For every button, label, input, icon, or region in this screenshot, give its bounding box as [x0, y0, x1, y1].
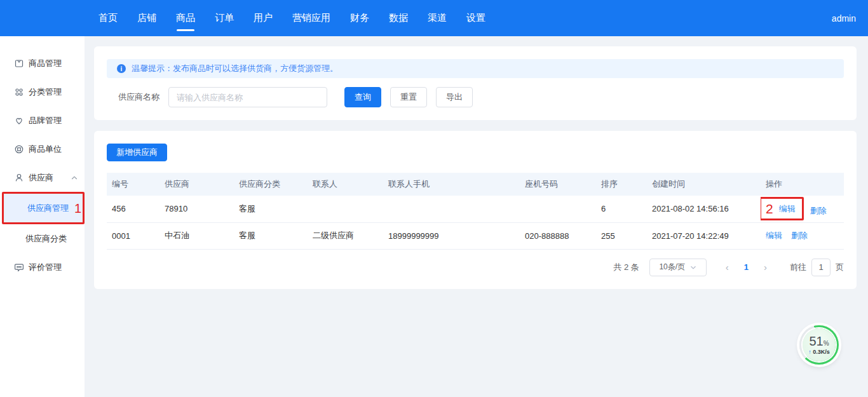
- pagination-total: 共 2 条: [613, 262, 639, 273]
- page-size-select[interactable]: 10条/页: [649, 259, 707, 276]
- add-supplier-button[interactable]: 新增供应商: [107, 144, 167, 161]
- table-row: 45678910客服62021-08-02 14:56:162编辑删除: [107, 196, 844, 222]
- column-header: 供应商分类: [234, 173, 308, 196]
- table-cell: 二级供应商: [308, 222, 383, 249]
- category-icon: [14, 87, 24, 97]
- annotation-number: 2: [766, 202, 773, 215]
- page-size-value: 10条/页: [659, 262, 685, 273]
- sidebar-item-label: 供应商: [29, 172, 53, 184]
- sidebar-subitem-label: 供应商分类: [25, 233, 67, 245]
- top-nav-item[interactable]: 商品: [176, 0, 195, 36]
- delete-link[interactable]: 删除: [791, 231, 808, 240]
- export-button[interactable]: 导出: [436, 87, 473, 107]
- supplier-name-input[interactable]: [168, 87, 327, 107]
- goto-label: 前往: [790, 262, 806, 273]
- pagination: 共 2 条 10条/页 ‹ 1 › 前往 页: [107, 259, 844, 276]
- table-cell: [520, 196, 596, 222]
- top-nav-item-label: 订单: [215, 12, 234, 24]
- column-header: 操作: [761, 173, 844, 196]
- top-nav-item-label: 设置: [466, 12, 485, 24]
- sidebar-subitem[interactable]: 供应商管理1: [4, 194, 83, 222]
- gauge-inner: 51% ↑ 0.3K/s: [803, 328, 836, 361]
- column-header: 座机号码: [520, 173, 596, 196]
- table-row: 0001中石油客服二级供应商18999999999020-88888825520…: [107, 222, 844, 249]
- search-form: 供应商名称 查询 重置 导出: [107, 87, 844, 107]
- top-nav-item[interactable]: 设置: [466, 0, 485, 36]
- table-cell: 020-888888: [520, 222, 596, 249]
- chevron-down-icon: [690, 264, 696, 271]
- top-nav-item[interactable]: 营销应用: [292, 0, 330, 36]
- table-cell: [383, 196, 520, 222]
- table-card: 新增供应商 编号供应商供应商分类联系人联系人手机座机号码排序创建时间操作 456…: [94, 131, 857, 289]
- table-cell: 0001: [107, 222, 159, 249]
- supplier-table: 编号供应商供应商分类联系人联系人手机座机号码排序创建时间操作 45678910客…: [107, 173, 844, 250]
- top-nav-item[interactable]: 店铺: [137, 0, 156, 36]
- column-header: 排序: [596, 173, 647, 196]
- top-nav-item-label: 数据: [389, 12, 408, 24]
- column-header: 联系人手机: [383, 173, 520, 196]
- top-nav-item[interactable]: 财务: [350, 0, 369, 36]
- top-nav-item[interactable]: 数据: [389, 0, 408, 36]
- top-nav-item-label: 渠道: [428, 12, 447, 24]
- top-nav-item[interactable]: 首页: [98, 0, 118, 36]
- info-icon: [117, 64, 126, 73]
- current-page[interactable]: 1: [738, 262, 755, 272]
- tip-banner: 温馨提示：发布商品时可以选择供货商，方便货源管理。: [107, 59, 844, 78]
- operations-cell: 2编辑删除: [761, 196, 844, 222]
- delete-link[interactable]: 删除: [810, 206, 827, 215]
- top-nav-item-label: 店铺: [137, 12, 156, 24]
- sidebar-subitem[interactable]: 供应商分类: [0, 224, 85, 253]
- top-nav-item-label: 商品: [176, 12, 195, 24]
- annotation-number: 1: [74, 202, 81, 215]
- edit-link[interactable]: 编辑: [766, 231, 782, 240]
- up-arrow-icon: ↑: [808, 349, 811, 355]
- annotation-box: 供应商管理1: [2, 192, 85, 224]
- sidebar-item[interactable]: 供应商: [0, 163, 85, 192]
- top-nav-bar: 首页店铺商品订单用户营销应用财务数据渠道设置 admin: [0, 0, 868, 36]
- query-button[interactable]: 查询: [344, 87, 381, 107]
- table-cell: 2021-07-20 14:22:49: [647, 222, 761, 249]
- table-cell: [308, 196, 383, 222]
- reset-button[interactable]: 重置: [390, 87, 427, 107]
- top-nav-item-label: 用户: [254, 12, 273, 24]
- prev-page-button[interactable]: ‹: [717, 262, 738, 273]
- column-header: 创建时间: [647, 173, 761, 196]
- sidebar-item[interactable]: 分类管理: [0, 77, 85, 106]
- supplier-name-label: 供应商名称: [118, 91, 159, 103]
- goods-icon: [14, 58, 24, 69]
- main-content: 温馨提示：发布商品时可以选择供货商，方便货源管理。 供应商名称 查询 重置 导出…: [85, 36, 868, 397]
- sidebar-item[interactable]: 商品单位: [0, 135, 85, 163]
- table-cell: 78910: [159, 196, 234, 222]
- top-nav-item[interactable]: 渠道: [428, 0, 447, 36]
- network-speed-gauge[interactable]: 51% ↑ 0.3K/s: [799, 325, 839, 365]
- sidebar-item-label: 商品单位: [29, 144, 62, 155]
- goto-page-input[interactable]: [811, 259, 831, 276]
- review-icon: [14, 262, 24, 273]
- sidebar-item-label: 评价管理: [29, 262, 62, 273]
- top-nav-item[interactable]: 用户: [254, 0, 273, 36]
- column-header: 供应商: [159, 173, 234, 196]
- top-nav-item[interactable]: 订单: [215, 0, 234, 36]
- sidebar-item[interactable]: 评价管理: [0, 253, 85, 281]
- table-header-row: 编号供应商供应商分类联系人联系人手机座机号码排序创建时间操作: [107, 173, 844, 196]
- edit-link[interactable]: 编辑: [779, 203, 796, 215]
- sidebar-item[interactable]: 品牌管理: [0, 106, 85, 135]
- table-cell: 6: [596, 196, 647, 222]
- search-card: 温馨提示：发布商品时可以选择供货商，方便货源管理。 供应商名称 查询 重置 导出: [94, 46, 857, 120]
- top-nav-item-label: 首页: [98, 12, 118, 24]
- next-page-button[interactable]: ›: [755, 262, 776, 273]
- gauge-percent: 51%: [809, 335, 829, 347]
- tip-text: 温馨提示：发布商品时可以选择供货商，方便货源管理。: [132, 63, 338, 74]
- user-menu[interactable]: admin: [832, 13, 856, 24]
- active-tab-underline: [177, 29, 194, 31]
- chevron-up-icon: [71, 174, 78, 182]
- column-header: 编号: [107, 173, 159, 196]
- sidebar-item[interactable]: 商品管理: [0, 49, 85, 77]
- top-nav: 首页店铺商品订单用户营销应用财务数据渠道设置: [98, 0, 832, 36]
- sidebar: 商品管理分类管理品牌管理商品单位供应商供应商管理1供应商分类评价管理: [0, 36, 85, 397]
- table-cell: 中石油: [159, 222, 234, 249]
- sidebar-item-label: 商品管理: [29, 58, 62, 69]
- sidebar-subitem-label: 供应商管理: [27, 203, 69, 214]
- page-unit-label: 页: [836, 262, 844, 273]
- annotation-box: 2编辑: [761, 197, 804, 220]
